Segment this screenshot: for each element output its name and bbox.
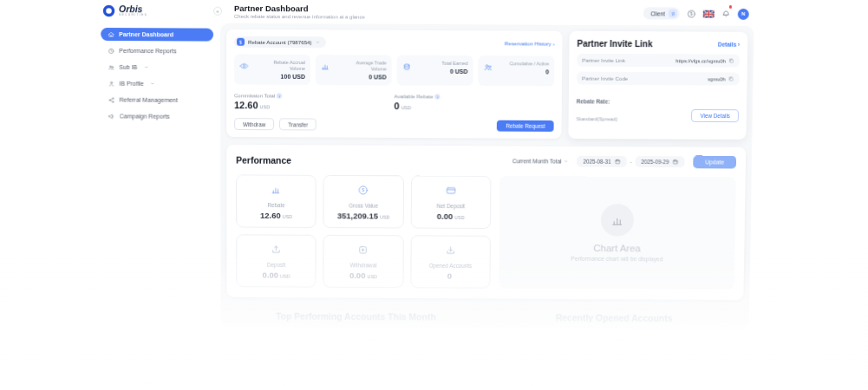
info-icon[interactable]: i bbox=[277, 94, 282, 99]
screenshot-stage: Orbis SECURITIES « Partner Dashboard Che… bbox=[0, 0, 868, 390]
home-icon bbox=[108, 31, 114, 38]
chevron-down-icon bbox=[565, 159, 569, 164]
date-to-input[interactable]: 2025-09-29 bbox=[635, 156, 684, 167]
topbar: Orbis SECURITIES « Partner Dashboard Che… bbox=[90, 0, 754, 26]
perf-stat-rebate: Rebate 12.60USD bbox=[236, 174, 317, 228]
client-switch-button[interactable]: Client bbox=[643, 7, 680, 19]
withdraw-button[interactable]: Withdraw bbox=[234, 118, 274, 130]
layout: Partner Dashboard Performance Reports Su… bbox=[90, 23, 754, 329]
upload-icon bbox=[271, 244, 282, 255]
notification-badge bbox=[728, 5, 732, 9]
chart-placeholder: Chart Area Performance chart will be dis… bbox=[499, 176, 735, 289]
page-head: Partner Dashboard Check rebate status an… bbox=[234, 3, 643, 21]
user-icon bbox=[108, 80, 114, 87]
invite-code-value: vgmu0h bbox=[708, 76, 726, 81]
sidebar: Partner Dashboard Performance Reports Su… bbox=[90, 23, 220, 127]
sidebar-item-label: Sub IB bbox=[119, 64, 137, 70]
account-badge-icon: $ bbox=[237, 38, 245, 46]
partner-invite-card: Partner Invite Link Details › Partner In… bbox=[568, 31, 747, 140]
performance-stats-grid: Rebate 12.60USD Gross Value 351,209.15US… bbox=[236, 174, 491, 288]
coins-icon bbox=[402, 62, 412, 72]
bar-chart-icon bbox=[610, 213, 624, 228]
sidebar-item-referral-management[interactable]: Referral Management bbox=[101, 94, 214, 107]
recent-accounts-heading: Recently Opened Accounts bbox=[485, 312, 743, 323]
app-window: Orbis SECURITIES « Partner Dashboard Che… bbox=[90, 0, 754, 329]
topbar-actions: Client N bbox=[643, 5, 749, 22]
chart-placeholder-icon bbox=[601, 204, 634, 237]
date-from-input[interactable]: 2025-08-31 bbox=[577, 156, 626, 167]
chevron-down-icon bbox=[144, 65, 148, 69]
perf-stat-deposit: Deposit 0.00USD bbox=[236, 234, 317, 287]
rebate-rate-label: Rebate Rate: bbox=[577, 98, 739, 105]
dollar-circle-icon bbox=[358, 185, 369, 196]
perf-stat-opened-accounts: Opened Accounts 0 bbox=[410, 235, 491, 288]
perf-stat-net-deposit: Net Deposit 0.00USD bbox=[410, 175, 491, 229]
user-avatar[interactable]: N bbox=[738, 8, 749, 19]
perf-stat-withdrawal: Withdrawal 0.00USD bbox=[323, 235, 404, 288]
brand-name: Orbis bbox=[119, 4, 147, 14]
commission-total: Commission Total i 12.60USD bbox=[234, 93, 394, 111]
perf-stat-gross-value: Gross Value 351,209.15USD bbox=[323, 175, 404, 229]
sidebar-item-label: Partner Dashboard bbox=[119, 31, 173, 37]
copy-icon[interactable] bbox=[728, 76, 734, 82]
info-icon[interactable]: i bbox=[435, 94, 441, 100]
rebate-request-button[interactable]: Rebate Request bbox=[497, 120, 553, 131]
sidebar-item-label: Referral Management bbox=[120, 97, 179, 103]
bell-icon bbox=[721, 9, 731, 18]
calendar-icon bbox=[672, 159, 678, 165]
invite-code-row: Partner Invite Code vgmu0h bbox=[577, 72, 740, 86]
reservation-history-link[interactable]: Reservation History › bbox=[505, 40, 555, 46]
date-range-separator: - bbox=[630, 159, 631, 165]
view-details-button[interactable]: View Details bbox=[691, 109, 739, 122]
sidebar-item-campaign-reports[interactable]: Campaign Reports bbox=[101, 109, 214, 123]
swap-icon bbox=[669, 9, 677, 17]
chart-placeholder-subtitle: Performance chart will be displayed bbox=[571, 256, 662, 262]
sidebar-item-partner-dashboard[interactable]: Partner Dashboard bbox=[101, 28, 213, 42]
stat-total-earned: Total Earned 0 USD bbox=[397, 55, 473, 86]
top-accounts-heading: Top Performing Accounts This Month bbox=[226, 311, 485, 322]
page-subtitle: Check rebate status and revenue informat… bbox=[234, 14, 643, 21]
account-selector[interactable]: $ Rebate Account (7987654) bbox=[234, 36, 325, 48]
users-icon bbox=[108, 63, 114, 70]
sidebar-collapse-button[interactable]: « bbox=[213, 7, 222, 16]
performance-title: Performance bbox=[236, 154, 512, 166]
client-switch-label: Client bbox=[650, 10, 665, 16]
transfer-button[interactable]: Transfer bbox=[279, 118, 317, 130]
stat-cumulative-active: Cumulative / Active 0 bbox=[478, 55, 554, 86]
megaphone-icon bbox=[108, 113, 115, 120]
main-content: $ Rebate Account (7987654) Reservation H… bbox=[220, 23, 754, 330]
period-filter-dropdown[interactable]: Current Month Total bbox=[512, 158, 569, 164]
rebate-summary-card: $ Rebate Account (7987654) Reservation H… bbox=[226, 29, 563, 139]
chevron-down-icon bbox=[151, 81, 155, 86]
sidebar-item-label: Campaign Reports bbox=[120, 113, 170, 119]
bottom-sections: Top Performing Accounts This Month Recen… bbox=[226, 311, 743, 324]
download-icon bbox=[445, 244, 456, 256]
share-icon bbox=[108, 96, 115, 103]
stat-rebate-accrual-volume: Rebate Accrual Volume 100 USD bbox=[234, 55, 310, 85]
rebate-rate-value: Standard(Spread) bbox=[577, 116, 618, 121]
invite-link-row: Partner Invite Link https://vfgs.cc/vgmu… bbox=[577, 54, 740, 68]
invite-link-value: https://vfgs.cc/vgmu0h bbox=[675, 58, 726, 63]
orbis-logo-icon bbox=[102, 4, 115, 17]
language-flag-icon[interactable] bbox=[703, 10, 715, 17]
clock-icon bbox=[108, 47, 114, 54]
notifications-button[interactable] bbox=[721, 6, 731, 22]
invite-card-title: Partner Invite Link bbox=[577, 39, 652, 49]
update-button[interactable]: Update bbox=[693, 155, 736, 168]
invite-details-link[interactable]: Details › bbox=[718, 42, 740, 48]
available-rebate: Available Rebate i 0USD bbox=[394, 94, 553, 112]
users-icon bbox=[483, 62, 493, 72]
currency-icon[interactable] bbox=[687, 9, 696, 18]
left-margin bbox=[0, 0, 90, 390]
sidebar-item-performance-reports[interactable]: Performance Reports bbox=[101, 44, 213, 58]
bar-chart-icon bbox=[321, 62, 330, 71]
credit-card-icon bbox=[445, 185, 456, 197]
sidebar-item-sub-ib[interactable]: Sub IB bbox=[101, 61, 213, 75]
performance-card: Performance Current Month Total 2025-08-… bbox=[226, 145, 746, 300]
calendar-icon bbox=[614, 159, 620, 165]
brand-tagline: SECURITIES bbox=[119, 13, 147, 16]
chevron-down-icon bbox=[316, 40, 320, 44]
sidebar-item-ib-profile[interactable]: IB Profile bbox=[101, 77, 213, 91]
copy-icon[interactable] bbox=[728, 58, 734, 64]
eye-icon bbox=[239, 62, 249, 71]
